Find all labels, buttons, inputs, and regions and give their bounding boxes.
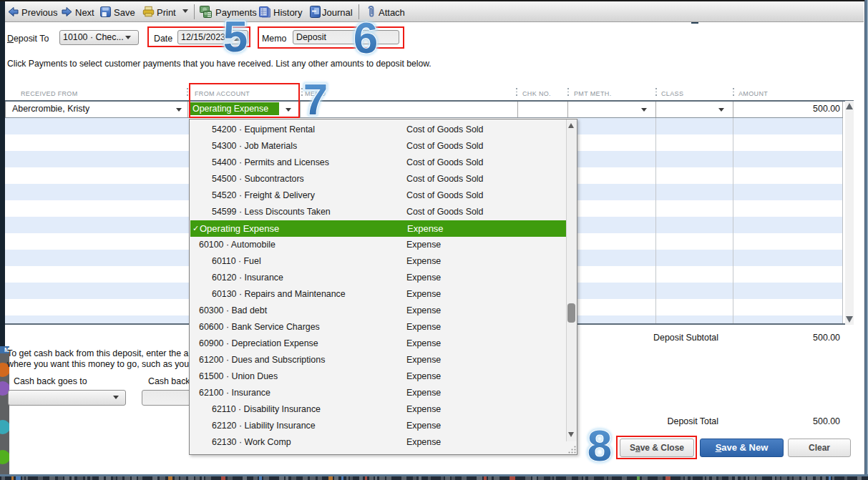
svg-text:7: 7 bbox=[303, 77, 328, 123]
svg-text:8: 8 bbox=[587, 423, 612, 469]
svg-text:6: 6 bbox=[353, 16, 378, 62]
svg-text:5: 5 bbox=[223, 14, 248, 60]
